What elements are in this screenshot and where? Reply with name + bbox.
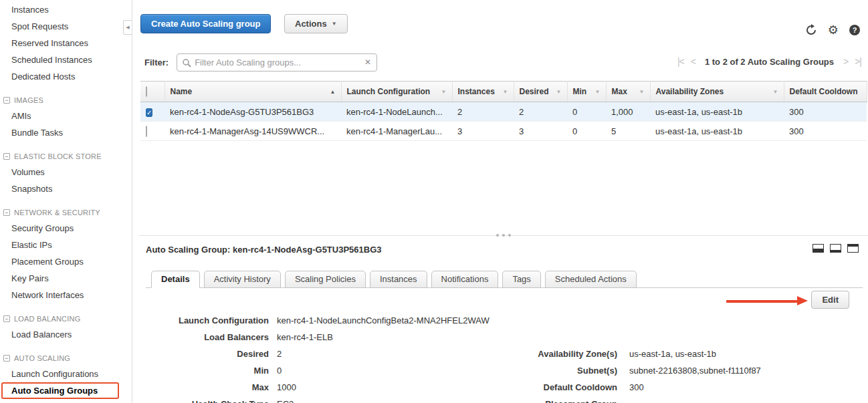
field-default-cooldown: Default Cooldown 300 (537, 379, 761, 396)
column-header-availability-zones[interactable]: Availability Zones ▼ (650, 82, 784, 102)
sidebar-item-auto-scaling-groups[interactable]: Auto Scaling Groups (1, 382, 119, 399)
cell-launch-configuration: ken-rc4-1-ManagerLau... (341, 122, 452, 141)
sidebar-section-elastic-block-store[interactable]: − ELASTIC BLOCK STORE (0, 149, 127, 164)
sidebar-section-load-balancing[interactable]: − LOAD BALANCING (0, 311, 127, 326)
sidebar-divider (132, 0, 132, 403)
row-checkbox[interactable]: ✓ (146, 108, 152, 117)
sort-icon: ▼ (595, 89, 601, 95)
column-header-launch-configuration[interactable]: Launch Configuration ▼ (341, 82, 452, 102)
cell-desired: 3 (514, 122, 567, 141)
cell-instances: 3 (452, 122, 514, 141)
sidebar-item-elastic-ips[interactable]: Elastic IPs (0, 237, 127, 253)
layout-bottom-pane-icon[interactable] (830, 244, 841, 255)
filter-label: Filter: (144, 57, 169, 68)
main-content: Create Auto Scaling group Actions ▼ ⚙ ? … (139, 0, 868, 403)
collapse-section-icon: − (3, 97, 10, 104)
tab-scheduled-actions[interactable]: Scheduled Actions (545, 271, 637, 288)
sidebar-item-amis[interactable]: AMIs (0, 108, 127, 124)
cell-availability-zones: us-east-1a, us-east-1b (650, 102, 784, 122)
layout-split-pane-icon[interactable] (812, 244, 824, 255)
sidebar-section-auto-scaling[interactable]: − AUTO SCALING (0, 351, 127, 366)
sidebar-item-spot-requests[interactable]: Spot Requests (0, 18, 127, 35)
pagination-text: 1 to 2 of 2 Auto Scaling Groups (705, 57, 834, 67)
next-page-icon[interactable]: > (843, 56, 848, 67)
help-icon[interactable]: ? (849, 25, 860, 35)
cell-launch-configuration: ken-rc4-1-NodeLaunch... (341, 102, 452, 122)
clear-filter-icon[interactable]: ✕ (364, 57, 371, 67)
sidebar-section-label: IMAGES (14, 93, 43, 108)
column-label: Max (612, 87, 627, 96)
select-all-header[interactable] (140, 82, 165, 102)
tab-details[interactable]: Details (151, 271, 200, 288)
column-label: Instances (458, 87, 495, 96)
sidebar-section-network-security[interactable]: − NETWORK & SECURITY (0, 205, 127, 220)
create-auto-scaling-group-button[interactable]: Create Auto Scaling group (140, 14, 271, 33)
sort-icon: ▼ (556, 89, 562, 95)
toolbar-icons: ⚙ ? (805, 24, 860, 36)
row-checkbox[interactable] (146, 126, 147, 137)
sidebar-item-reserved-instances[interactable]: Reserved Instances (0, 35, 127, 51)
sidebar-item-security-groups[interactable]: Security Groups (0, 220, 127, 237)
sidebar-item-bundle-tasks[interactable]: Bundle Tasks (0, 124, 127, 141)
sidebar-item-launch-configurations[interactable]: Launch Configurations (0, 366, 127, 382)
field-label: Placement Group (537, 399, 617, 403)
tab-scaling-policies[interactable]: Scaling Policies (285, 271, 366, 288)
sidebar-item-volumes[interactable]: Volumes (0, 164, 127, 180)
tab-tags[interactable]: Tags (502, 271, 540, 288)
field-availability-zones: Availability Zone(s) us-east-1a, us-east… (537, 346, 761, 362)
gear-icon[interactable]: ⚙ (828, 24, 839, 36)
tab-notifications[interactable]: Notifications (431, 271, 499, 288)
search-icon (182, 58, 191, 70)
cell-min: 0 (567, 122, 606, 141)
sidebar-item-key-pairs[interactable]: Key Pairs (0, 270, 127, 287)
filter-search-box: ✕ (177, 53, 377, 72)
filter-input[interactable] (195, 57, 359, 68)
sidebar-item-network-interfaces[interactable]: Network Interfaces (0, 287, 127, 303)
field-value: subnet-22163808,subnet-f1110f87 (629, 366, 761, 376)
column-header-min[interactable]: Min ▼ (567, 82, 606, 102)
last-page-icon[interactable]: >| (855, 56, 861, 67)
sort-icon: ▼ (441, 89, 447, 95)
details-panel: Auto Scaling Group: ken-rc4-1-NodeAsg-G5… (139, 235, 868, 403)
field-label: Max (144, 382, 269, 392)
column-header-max[interactable]: Max ▼ (606, 82, 650, 102)
annotation-arrow (726, 296, 808, 306)
sidebar-section-images[interactable]: − IMAGES (0, 93, 127, 108)
column-header-default-cooldown[interactable]: Default Cooldown (784, 82, 867, 102)
table-header-row: Name ▲ Launch Configuration ▼ Instances … (140, 82, 867, 102)
cell-availability-zones: us-east-1a, us-east-1b (650, 122, 784, 141)
column-header-desired[interactable]: Desired ▼ (514, 82, 567, 102)
refresh-icon[interactable] (805, 24, 817, 36)
field-value: 0 (277, 366, 282, 376)
column-label: Default Cooldown (790, 87, 858, 96)
column-label: Name (171, 87, 193, 96)
select-all-checkbox[interactable] (146, 86, 147, 97)
sidebar-item-instances[interactable]: Instances (0, 1, 127, 18)
column-label: Desired (520, 87, 549, 96)
panel-resize-handle[interactable] (496, 234, 511, 237)
field-desired: Desired 2 (144, 346, 490, 362)
sidebar-item-dedicated-hosts[interactable]: Dedicated Hosts (0, 68, 127, 85)
first-page-icon[interactable]: |< (677, 56, 684, 67)
cell-name: ken-rc4-1-NodeAsg-G5TU3P561BG3 (165, 102, 341, 122)
prev-page-icon[interactable]: < (691, 56, 695, 67)
table-row[interactable]: ✓ ken-rc4-1-NodeAsg-G5TU3P561BG3 ken-rc4… (140, 102, 867, 122)
ec2-nav-sidebar: Instances Spot Requests Reserved Instanc… (0, 0, 127, 403)
sidebar-item-scheduled-instances[interactable]: Scheduled Instances (0, 51, 127, 68)
sidebar-item-snapshots[interactable]: Snapshots (0, 180, 127, 197)
collapse-section-icon: − (3, 153, 10, 160)
sidebar-item-placement-groups[interactable]: Placement Groups (0, 253, 127, 270)
sidebar-section-label: LOAD BALANCING (14, 311, 80, 326)
column-header-name[interactable]: Name ▲ (165, 82, 341, 102)
column-header-instances[interactable]: Instances ▼ (452, 82, 514, 102)
tab-activity-history[interactable]: Activity History (204, 271, 281, 288)
actions-button[interactable]: Actions ▼ (284, 14, 348, 33)
edit-button[interactable]: Edit (811, 291, 849, 309)
field-placement-group: Placement Group (537, 396, 761, 403)
field-label: Desired (144, 349, 269, 359)
sidebar-item-load-balancers[interactable]: Load Balancers (0, 326, 127, 343)
layout-full-pane-icon[interactable] (847, 244, 859, 255)
table-row[interactable]: ken-rc4-1-ManagerAsg-14US9WWCR... ken-rc… (140, 122, 867, 141)
tab-instances[interactable]: Instances (370, 271, 427, 288)
sidebar-collapse-handle[interactable]: ◀ (123, 20, 132, 35)
